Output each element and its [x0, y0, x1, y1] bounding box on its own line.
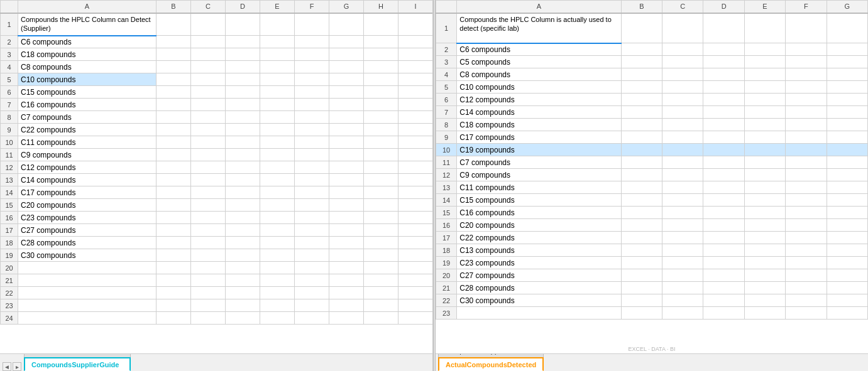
cell-empty[interactable]: [744, 257, 785, 269]
cell-empty[interactable]: [329, 99, 364, 111]
table-row[interactable]: 10C19 compounds: [436, 144, 868, 156]
cell-empty[interactable]: [398, 199, 433, 212]
cell-empty[interactable]: [191, 73, 226, 86]
cell-empty[interactable]: [329, 73, 364, 86]
cell-empty[interactable]: [260, 274, 295, 287]
cell-empty[interactable]: [329, 136, 364, 149]
cell-a[interactable]: C30 compounds: [457, 294, 621, 307]
cell-empty[interactable]: [329, 174, 364, 186]
cell-empty[interactable]: [744, 219, 785, 232]
cell-empty[interactable]: [398, 99, 433, 111]
cell-empty[interactable]: [827, 13, 867, 43]
cell-empty[interactable]: [621, 169, 662, 181]
cell-a[interactable]: C20 compounds: [18, 199, 157, 212]
cell-empty[interactable]: [260, 124, 295, 136]
table-row[interactable]: 6C15 compounds: [1, 86, 433, 99]
cell-empty[interactable]: [744, 169, 785, 181]
cell-empty[interactable]: [329, 224, 364, 237]
cell-empty[interactable]: [226, 249, 260, 262]
cell-empty[interactable]: [827, 131, 867, 144]
cell-empty[interactable]: [662, 294, 703, 307]
cell-empty[interactable]: [786, 119, 827, 131]
cell-empty[interactable]: [744, 81, 785, 94]
cell-empty[interactable]: [703, 181, 744, 194]
table-row[interactable]: 10C11 compounds: [1, 136, 433, 149]
cell-empty[interactable]: [191, 61, 226, 73]
cell-empty[interactable]: [295, 274, 329, 287]
cell-empty[interactable]: [662, 119, 703, 131]
cell-empty[interactable]: [157, 274, 191, 287]
cell-empty[interactable]: [662, 106, 703, 119]
cell-empty[interactable]: [621, 269, 662, 282]
cell-a[interactable]: C14 compounds: [18, 174, 157, 186]
cell-empty[interactable]: [703, 194, 744, 207]
cell-empty[interactable]: [662, 282, 703, 294]
table-row[interactable]: 21: [1, 274, 433, 287]
cell-empty[interactable]: [621, 94, 662, 106]
cell-empty[interactable]: [703, 106, 744, 119]
table-row[interactable]: 14C17 compounds: [1, 186, 433, 199]
table-row[interactable]: 7C14 compounds: [436, 106, 868, 119]
cell-empty[interactable]: [621, 219, 662, 232]
cell-empty[interactable]: [329, 36, 364, 48]
cell-empty[interactable]: [621, 68, 662, 81]
table-row[interactable]: 11C9 compounds: [1, 149, 433, 161]
table-row[interactable]: 2C6 compounds: [1, 36, 433, 48]
cell-a[interactable]: C5 compounds: [457, 56, 621, 68]
table-row[interactable]: 18C28 compounds: [1, 237, 433, 249]
cell-empty[interactable]: [621, 257, 662, 269]
cell-empty[interactable]: [157, 212, 191, 224]
cell-a[interactable]: [18, 312, 157, 325]
cell-empty[interactable]: [786, 294, 827, 307]
cell-empty[interactable]: [295, 212, 329, 224]
cell-empty[interactable]: [295, 149, 329, 161]
cell-empty[interactable]: [786, 194, 827, 207]
table-row[interactable]: 23: [1, 299, 433, 312]
cell-empty[interactable]: [827, 106, 867, 119]
cell-empty[interactable]: [827, 119, 867, 131]
table-row[interactable]: 6C12 compounds: [436, 94, 868, 106]
cell-empty[interactable]: [827, 232, 867, 244]
cell-empty[interactable]: [398, 274, 433, 287]
cell-empty[interactable]: [364, 274, 398, 287]
cell-empty[interactable]: [703, 43, 744, 56]
cell-empty[interactable]: [662, 13, 703, 43]
cell-empty[interactable]: [621, 181, 662, 194]
cell-empty[interactable]: [329, 61, 364, 73]
cell-empty[interactable]: [157, 186, 191, 199]
cell-empty[interactable]: [295, 136, 329, 149]
cell-empty[interactable]: [662, 232, 703, 244]
cell-a[interactable]: C11 compounds: [457, 181, 621, 194]
table-row[interactable]: 3C5 compounds: [436, 56, 868, 68]
cell-empty[interactable]: [703, 81, 744, 94]
cell-empty[interactable]: [295, 161, 329, 174]
cell-empty[interactable]: [744, 294, 785, 307]
cell-empty[interactable]: [744, 207, 785, 219]
cell-empty[interactable]: [157, 86, 191, 99]
cell-empty[interactable]: [662, 244, 703, 257]
cell-empty[interactable]: [621, 232, 662, 244]
cell-a[interactable]: C7 compounds: [457, 156, 621, 169]
cell-empty[interactable]: [827, 43, 867, 56]
cell-empty[interactable]: [398, 249, 433, 262]
tab-compoundssupplierguide[interactable]: CompoundsSupplierGuide: [24, 357, 131, 371]
cell-empty[interactable]: [364, 13, 398, 36]
cell-empty[interactable]: [662, 269, 703, 282]
cell-empty[interactable]: [226, 99, 260, 111]
cell-empty[interactable]: [827, 282, 867, 294]
cell-empty[interactable]: [260, 249, 295, 262]
cell-empty[interactable]: [329, 86, 364, 99]
table-row[interactable]: 14C15 compounds: [436, 194, 868, 207]
cell-empty[interactable]: [157, 149, 191, 161]
table-row[interactable]: 1Compounds the HPLC Column is actually u…: [436, 13, 868, 43]
cell-empty[interactable]: [398, 287, 433, 299]
cell-empty[interactable]: [744, 232, 785, 244]
table-row[interactable]: 17C22 compounds: [436, 232, 868, 244]
table-row[interactable]: 22C30 compounds: [436, 294, 868, 307]
cell-empty[interactable]: [827, 156, 867, 169]
cell-empty[interactable]: [703, 131, 744, 144]
cell-empty[interactable]: [662, 194, 703, 207]
cell-empty[interactable]: [260, 299, 295, 312]
cell-a[interactable]: C8 compounds: [18, 61, 157, 73]
cell-empty[interactable]: [827, 144, 867, 156]
